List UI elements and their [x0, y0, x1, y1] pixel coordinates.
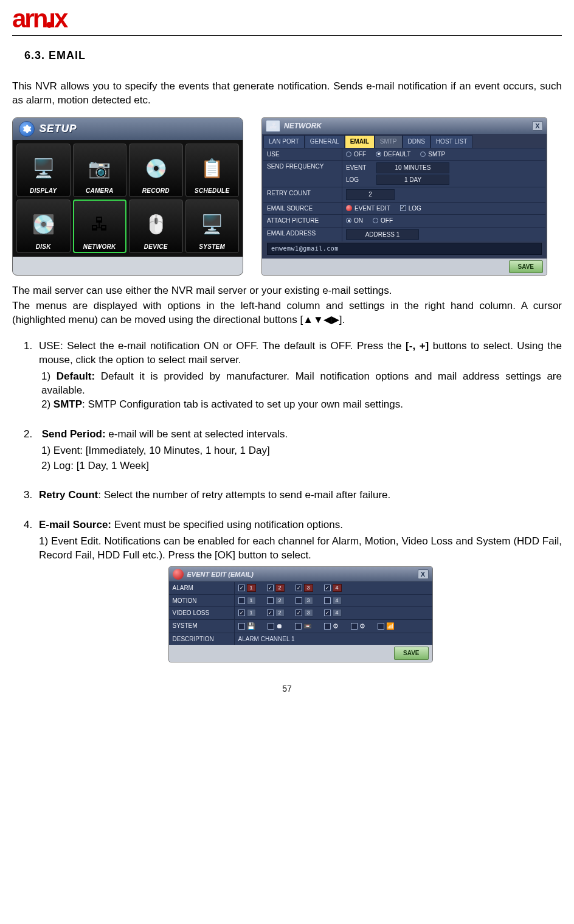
intro-paragraph: This NVR allows you to specify the event… — [12, 80, 562, 108]
send-freq-label: SEND FREQUENCY — [263, 161, 342, 187]
source-label: EMAIL SOURCE — [263, 203, 342, 215]
network-email-dialog: 🖧 NETWORK X LAN PORTGENERALEMAILSMTPDDNS… — [261, 117, 547, 276]
network-dialog-titlebar: 🖧 NETWORK X — [262, 118, 547, 134]
log-checkbox[interactable]: LOG — [400, 204, 421, 213]
system-icon: 🖥️ — [198, 211, 226, 239]
email-address-label: EMAIL ADDRESS — [263, 228, 342, 242]
tab-email[interactable]: EMAIL — [345, 135, 375, 148]
list-item-send-period: Send Period: e-mail will be sent at sele… — [35, 428, 562, 473]
send-freq-log[interactable]: LOG 1 DAY — [346, 175, 542, 186]
channel-4-checkbox[interactable]: 4 — [324, 584, 342, 592]
tab-ddns[interactable]: DDNS — [403, 135, 431, 148]
use-option-off[interactable]: OFF — [346, 150, 366, 159]
channel-1-checkbox[interactable]: 1 — [238, 609, 256, 617]
tab-host-list[interactable]: HOST LIST — [431, 135, 473, 148]
channel-2-checkbox[interactable]: 2 — [267, 597, 285, 605]
attach-label: ATTACH PICTURE — [263, 215, 342, 227]
tab-smtp[interactable]: SMTP — [375, 135, 403, 148]
disk-icon: 💽 — [29, 211, 57, 239]
event-row-label: VIDEO LOSS — [169, 607, 235, 619]
close-icon[interactable]: X — [418, 569, 429, 579]
gear-icon — [19, 121, 35, 137]
event-row-system-options[interactable]: 💾⏺📼⚙⚙📶 — [235, 620, 432, 633]
event-row-label: ALARM — [169, 582, 235, 594]
list-item-retry: Retry Count: Select the number of retry … — [35, 488, 562, 502]
close-icon[interactable]: X — [532, 121, 543, 131]
page-number: 57 — [12, 683, 562, 695]
use-option-default[interactable]: DEFAULT — [376, 150, 410, 159]
tile-label: SYSTEM — [199, 243, 225, 251]
use-option-smtp[interactable]: SMTP — [420, 150, 445, 159]
network-tabs: LAN PORTGENERALEMAILSMTPDDNSHOST LIST — [263, 135, 545, 148]
event-edit-titlebar: EVENT EDIT (EMAIL) X — [169, 567, 432, 582]
channel-2-checkbox[interactable]: 2 — [267, 584, 285, 592]
setup-tile-disk[interactable]: 💽DISK — [16, 200, 71, 253]
email-address-value[interactable]: emwemw1@gmail.com — [267, 243, 542, 255]
email-address-field[interactable]: ADDRESS 1 — [342, 228, 545, 242]
network-icon: 🖧 — [86, 211, 114, 239]
channel-2-checkbox[interactable]: 2 — [267, 609, 285, 617]
event-edit-dialog: EVENT EDIT (EMAIL) X ALARM1234MOTION1234… — [168, 566, 433, 662]
camera-icon: 📷 — [86, 155, 114, 183]
display-icon: 🖥️ — [29, 155, 57, 183]
beacon-icon — [173, 569, 184, 580]
record-icon: 💿 — [142, 155, 170, 183]
attach-options[interactable]: ONOFF — [342, 215, 545, 227]
send-freq-event[interactable]: EVENT 10 MINUTES — [346, 162, 542, 173]
event-row-label: MOTION — [169, 595, 235, 607]
channel-3-checkbox[interactable]: 3 — [296, 584, 313, 592]
save-button[interactable]: SAVE — [509, 260, 544, 274]
event-edit-button[interactable]: EVENT EDIT — [346, 204, 390, 213]
tile-label: NETWORK — [83, 243, 116, 251]
schedule-icon: 📋 — [198, 155, 226, 183]
retry-value[interactable]: 2 — [342, 187, 545, 202]
instruction-list: USE: Select the e-mail notification ON o… — [35, 339, 562, 662]
setup-panel: SETUP 🖥️DISPLAY📷CAMERA💿RECORD📋SCHEDULE💽D… — [12, 117, 243, 276]
channel-1-checkbox[interactable]: 1 — [238, 584, 256, 592]
event-description-label: DESCRIPTION — [169, 633, 235, 645]
setup-tile-network[interactable]: 🖧NETWORK — [73, 200, 127, 253]
channel-4-checkbox[interactable]: 4 — [324, 609, 342, 617]
setup-tile-system[interactable]: 🖥️SYSTEM — [185, 200, 240, 253]
use-label: USE — [263, 148, 342, 161]
beacon-icon — [346, 205, 352, 211]
channel-1-checkbox[interactable]: 1 — [238, 597, 256, 605]
retry-label: RETRY COUNT — [263, 187, 342, 202]
setup-tile-device[interactable]: 🖱️DEVICE — [129, 200, 183, 253]
channel-3-checkbox[interactable]: 3 — [296, 609, 313, 617]
brand-logo: arnıx — [12, 6, 562, 32]
event-row-alarm-options[interactable]: 1234 — [235, 582, 432, 594]
channel-4-checkbox[interactable]: 4 — [324, 597, 342, 605]
event-row-label: SYSTEM — [169, 620, 235, 633]
setup-panel-title: SETUP — [13, 118, 243, 140]
setup-tile-display[interactable]: 🖥️DISPLAY — [16, 144, 71, 197]
attach-option-on[interactable]: ON — [346, 217, 363, 225]
device-icon: 🖱️ — [142, 211, 170, 239]
tile-label: RECORD — [142, 187, 170, 195]
setup-tile-record[interactable]: 💿RECORD — [129, 144, 183, 197]
tab-general[interactable]: GENERAL — [305, 135, 345, 148]
list-item-use: USE: Select the e-mail notification ON o… — [35, 339, 562, 412]
tile-label: DISPLAY — [30, 187, 57, 195]
channel-3-checkbox[interactable]: 3 — [296, 597, 313, 605]
tile-label: DISK — [36, 243, 51, 251]
tile-label: SCHEDULE — [195, 187, 229, 195]
tab-lan-port[interactable]: LAN PORT — [263, 135, 305, 148]
after-screens-para-2: The menus are displayed with options in … — [12, 299, 562, 327]
attach-option-off[interactable]: OFF — [373, 217, 393, 225]
list-item-email-source: E-mail Source: Event must be specified u… — [35, 518, 562, 662]
use-options[interactable]: OFFDEFAULTSMTP — [342, 148, 545, 161]
event-row-video-loss-options[interactable]: 1234 — [235, 607, 432, 619]
network-icon: 🖧 — [266, 120, 280, 132]
save-button[interactable]: SAVE — [394, 647, 429, 660]
event-description-value: ALARM CHANNEL 1 — [235, 633, 432, 645]
event-row-motion-options[interactable]: 1234 — [235, 595, 432, 607]
tile-label: DEVICE — [144, 243, 168, 251]
tile-label: CAMERA — [86, 187, 114, 195]
after-screens-para-1: The mail server can use either the NVR m… — [12, 284, 562, 298]
setup-tile-schedule[interactable]: 📋SCHEDULE — [185, 144, 240, 197]
section-heading: 6.3. EMAIL — [24, 48, 562, 63]
setup-tile-camera[interactable]: 📷CAMERA — [73, 144, 127, 197]
header-rule — [12, 35, 562, 36]
